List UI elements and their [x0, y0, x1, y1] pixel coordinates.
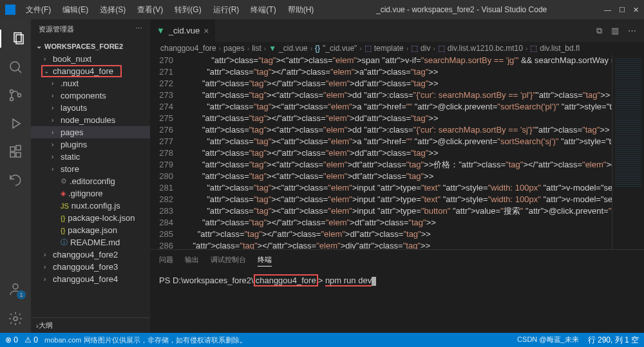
tree-label: .nuxt — [61, 79, 79, 88]
svg-point-2 — [10, 62, 19, 71]
status-cursor-pos[interactable]: 行 290, 列 1 空 — [588, 335, 639, 346]
code-content[interactable]: "attr">class="tag"><"attr">class="elem">… — [184, 55, 612, 249]
svg-point-4 — [10, 90, 14, 93]
tree-item-pages[interactable]: ›pages — [31, 126, 150, 138]
tab-cid-vue[interactable]: ▼ _cid.vue × — [150, 19, 215, 42]
terminal-dir-highlight: changgou4_fore — [254, 274, 318, 286]
tree-label: changgou4_fore — [53, 66, 113, 76]
panel-tab-debug[interactable]: 调试控制台 — [211, 254, 246, 267]
tab-label: _cid.vue — [169, 26, 200, 35]
line-numbers: 2702712722732742752762772782792802812822… — [150, 55, 184, 249]
md-icon: ⓘ — [61, 238, 68, 247]
panel-tab-problems[interactable]: 问题 — [159, 254, 173, 267]
tree-item-store[interactable]: ›store — [31, 163, 150, 175]
close-icon[interactable]: ✕ — [633, 6, 639, 14]
editor-tabs: ▼ _cid.vue × ⧉ ▥ ⋯ — [150, 19, 644, 42]
tree-item-changgou4-fore3[interactable]: ›changgou4_fore3 — [31, 261, 150, 273]
minimize-icon[interactable]: — — [604, 6, 611, 14]
panel-tab-output[interactable]: 输出 — [185, 254, 199, 267]
svg-point-12 — [13, 284, 18, 289]
editor-area: ▼ _cid.vue × ⧉ ▥ ⋯ changgou4_fore› pages… — [150, 19, 644, 333]
svg-marker-7 — [13, 119, 20, 128]
terminal-path: PS D:\workspaces_fore2\ — [159, 276, 254, 285]
svg-line-3 — [18, 70, 21, 73]
svg-rect-9 — [10, 153, 15, 157]
cube-icon: ⬚ — [530, 44, 537, 53]
close-tab-icon[interactable]: × — [204, 26, 209, 36]
tree-label: store — [61, 164, 79, 174]
js-icon: JS — [61, 202, 69, 210]
tree-item-readme-md[interactable]: ⓘREADME.md — [31, 236, 150, 249]
split-icon[interactable]: ▥ — [611, 26, 619, 36]
more-icon[interactable]: ⋯ — [135, 24, 142, 34]
tree-label: changgou4_fore4 — [53, 274, 118, 284]
tree-item-package-lock-json[interactable]: {}package-lock.json — [31, 212, 150, 224]
menu-select[interactable]: 选择(S) — [95, 2, 131, 18]
tree-item-nuxt-config-js[interactable]: JSnuxt.config.js — [31, 200, 150, 212]
settings-icon[interactable] — [6, 310, 24, 328]
svg-rect-10 — [16, 153, 21, 157]
tree-label: plugins — [61, 140, 87, 149]
menu-help[interactable]: 帮助(H) — [283, 2, 319, 18]
cube-icon: ⬚ — [438, 44, 445, 53]
tree-label: .gitignore — [68, 189, 102, 198]
tree-item-plugins[interactable]: ›plugins — [31, 138, 150, 151]
tree-item-node-modules[interactable]: ›node_modules — [31, 114, 150, 126]
status-errors[interactable]: ⊗ 0 — [5, 335, 18, 344]
menu-view[interactable]: 查看(V) — [132, 2, 168, 18]
svg-rect-8 — [10, 147, 15, 151]
menu-edit[interactable]: 编辑(E) — [57, 2, 93, 18]
panel-tab-terminal[interactable]: 终端 — [258, 254, 272, 267]
tree-item--editorconfig[interactable]: ⚙.editorconfig — [31, 175, 150, 187]
revert-icon[interactable] — [6, 171, 24, 189]
tree-item-package-json[interactable]: {}package.json — [31, 224, 150, 236]
svg-rect-1 — [16, 35, 23, 44]
tree-label: .editorconfig — [70, 176, 115, 186]
terminal[interactable]: PS D:\workspaces_fore2\changgou4_fore> n… — [150, 270, 644, 333]
cube-icon: ⬚ — [411, 44, 418, 53]
tree-label: changgou4_fore2 — [53, 250, 118, 259]
workspace-title[interactable]: ⌄ WORKSPACES_FORE2 — [31, 39, 150, 53]
menu-run[interactable]: 运行(R) — [208, 2, 245, 18]
explorer-icon[interactable] — [0, 30, 31, 48]
chevron-down-icon: ⌄ — [36, 42, 42, 50]
run-debug-icon[interactable] — [6, 115, 24, 133]
window-controls: — ☐ ✕ — [604, 6, 639, 14]
sidebar-header: 资源管理器 ⋯ — [31, 19, 150, 39]
watermark2: CSDN @晦蓝_未来 — [517, 335, 579, 346]
menu-goto[interactable]: 转到(G) — [169, 2, 206, 18]
breadcrumb[interactable]: changgou4_fore› pages› list› ▼_cid.vue› … — [150, 42, 644, 55]
tree-label: components — [61, 91, 106, 100]
compare-icon[interactable]: ⧉ — [596, 26, 602, 36]
vue-icon: ▼ — [156, 26, 165, 35]
tree-item--gitignore[interactable]: ◈.gitignore — [31, 187, 150, 200]
more-icon[interactable]: ⋯ — [628, 26, 636, 36]
tree-item-static[interactable]: ›static — [31, 151, 150, 163]
vue-icon: ▼ — [269, 44, 276, 53]
source-control-icon[interactable] — [6, 86, 24, 104]
tree-item-book-nuxt[interactable]: ›book_nuxt — [31, 53, 150, 65]
tree-item-layouts[interactable]: ›layouts — [31, 102, 150, 114]
outline-section[interactable]: › 大纲 — [31, 317, 150, 333]
svg-point-6 — [18, 94, 21, 97]
search-icon[interactable] — [6, 58, 24, 76]
cog-icon: ⚙ — [61, 177, 67, 185]
tree-label: nuxt.config.js — [71, 201, 120, 211]
accounts-icon[interactable]: 1 — [6, 280, 24, 298]
svg-rect-0 — [14, 33, 21, 42]
menu-file[interactable]: 文件(F) — [21, 2, 56, 18]
svg-point-5 — [10, 98, 14, 101]
tree-item-changgou4-fore4[interactable]: ›changgou4_fore4 — [31, 273, 150, 285]
tree-item-changgou4-fore[interactable]: ⌄changgou4_fore — [31, 65, 150, 77]
tree-item-components[interactable]: ›components — [31, 89, 150, 102]
activity-bar: 1 — [0, 19, 31, 333]
minimap[interactable] — [612, 55, 644, 249]
maximize-icon[interactable]: ☐ — [619, 6, 625, 14]
code-editor[interactable]: 2702712722732742752762772782792802812822… — [150, 55, 644, 249]
tree-item-changgou4-fore2[interactable]: ›changgou4_fore2 — [31, 249, 150, 261]
sidebar: 资源管理器 ⋯ ⌄ WORKSPACES_FORE2 ›book_nuxt⌄ch… — [31, 19, 150, 333]
tree-item--nuxt[interactable]: ›.nuxt — [31, 77, 150, 89]
status-warnings[interactable]: ⚠ 0 — [24, 335, 38, 344]
extensions-icon[interactable] — [6, 143, 24, 161]
menu-terminal[interactable]: 终端(T) — [245, 2, 281, 18]
